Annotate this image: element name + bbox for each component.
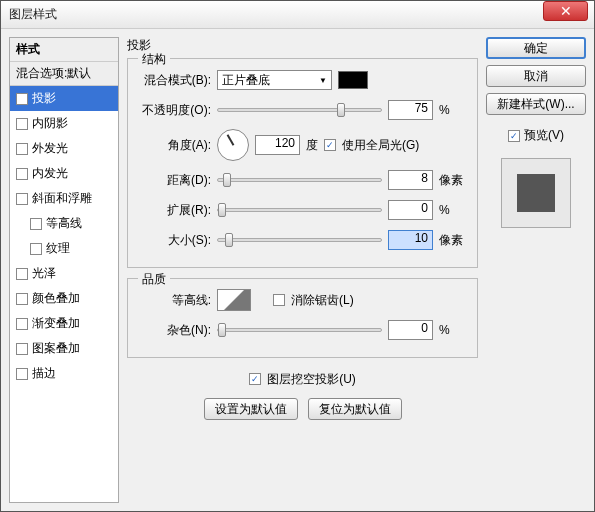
contour-picker[interactable] [217,289,251,311]
style-item-label: 纹理 [46,240,70,257]
style-item-1[interactable]: 内阴影 [10,111,118,136]
styles-header: 样式 [10,38,118,62]
distance-slider[interactable] [217,178,382,182]
blend-mode-select[interactable]: 正片叠底 ▼ [217,70,332,90]
reset-default-button[interactable]: 复位为默认值 [308,398,402,420]
style-checkbox[interactable] [16,118,28,130]
layer-style-dialog: 图层样式 样式 混合选项:默认 投影内阴影外发光内发光斜面和浮雕等高线纹理光泽颜… [0,0,595,512]
knockout-checkbox[interactable] [249,373,261,385]
style-item-9[interactable]: 渐变叠加 [10,311,118,336]
opacity-label: 不透明度(O): [136,102,211,119]
style-item-label: 等高线 [46,215,82,232]
size-input[interactable]: 10 [388,230,433,250]
preview-inner [517,174,555,212]
quality-group: 品质 等高线: 消除锯齿(L) 杂色(N): 0 % [127,278,478,358]
titlebar: 图层样式 [1,1,594,29]
window-title: 图层样式 [9,6,586,23]
distance-input[interactable]: 8 [388,170,433,190]
style-item-label: 渐变叠加 [32,315,80,332]
angle-label: 角度(A): [136,137,211,154]
dialog-buttons: 确定 取消 新建样式(W)... 预览(V) [486,37,586,503]
style-checkbox[interactable] [16,368,28,380]
opacity-slider[interactable] [217,108,382,112]
style-checkbox[interactable] [30,243,42,255]
opacity-input[interactable]: 75 [388,100,433,120]
noise-input[interactable]: 0 [388,320,433,340]
size-label: 大小(S): [136,232,211,249]
blend-mode-label: 混合模式(B): [136,72,211,89]
quality-label: 品质 [138,271,170,288]
chevron-down-icon: ▼ [319,76,327,85]
style-item-7[interactable]: 光泽 [10,261,118,286]
section-title: 投影 [127,37,478,54]
noise-slider[interactable] [217,328,382,332]
blending-options[interactable]: 混合选项:默认 [10,62,118,86]
style-item-10[interactable]: 图案叠加 [10,336,118,361]
noise-label: 杂色(N): [136,322,211,339]
style-settings: 投影 结构 混合模式(B): 正片叠底 ▼ 不透明度(O): 75 % [127,37,478,503]
preview-checkbox[interactable] [508,130,520,142]
style-checkbox[interactable] [16,93,28,105]
style-item-4[interactable]: 斜面和浮雕 [10,186,118,211]
new-style-button[interactable]: 新建样式(W)... [486,93,586,115]
style-item-label: 光泽 [32,265,56,282]
antialias-label: 消除锯齿(L) [291,292,354,309]
preview-swatch [501,158,571,228]
style-checkbox[interactable] [16,318,28,330]
style-checkbox[interactable] [16,343,28,355]
style-item-6[interactable]: 纹理 [10,236,118,261]
structure-group: 结构 混合模式(B): 正片叠底 ▼ 不透明度(O): 75 % 角 [127,58,478,268]
style-item-8[interactable]: 颜色叠加 [10,286,118,311]
ok-button[interactable]: 确定 [486,37,586,59]
global-light-label: 使用全局光(G) [342,137,419,154]
styles-list: 样式 混合选项:默认 投影内阴影外发光内发光斜面和浮雕等高线纹理光泽颜色叠加渐变… [9,37,119,503]
style-item-label: 内阴影 [32,115,68,132]
antialias-checkbox[interactable] [273,294,285,306]
style-item-label: 斜面和浮雕 [32,190,92,207]
spread-slider[interactable] [217,208,382,212]
style-item-label: 图案叠加 [32,340,80,357]
style-item-label: 投影 [32,90,56,107]
style-item-2[interactable]: 外发光 [10,136,118,161]
style-item-label: 颜色叠加 [32,290,80,307]
cancel-button[interactable]: 取消 [486,65,586,87]
spread-label: 扩展(R): [136,202,211,219]
global-light-checkbox[interactable] [324,139,336,151]
angle-input[interactable]: 120 [255,135,300,155]
contour-label: 等高线: [136,292,211,309]
angle-dial[interactable] [217,129,249,161]
distance-label: 距离(D): [136,172,211,189]
structure-label: 结构 [138,51,170,68]
style-item-label: 外发光 [32,140,68,157]
make-default-button[interactable]: 设置为默认值 [204,398,298,420]
style-checkbox[interactable] [16,143,28,155]
spread-input[interactable]: 0 [388,200,433,220]
style-item-11[interactable]: 描边 [10,361,118,386]
style-checkbox[interactable] [16,168,28,180]
preview-label: 预览(V) [524,127,564,144]
style-checkbox[interactable] [16,193,28,205]
style-checkbox[interactable] [16,293,28,305]
style-checkbox[interactable] [16,268,28,280]
size-slider[interactable] [217,238,382,242]
style-item-3[interactable]: 内发光 [10,161,118,186]
shadow-color-swatch[interactable] [338,71,368,89]
style-item-label: 内发光 [32,165,68,182]
close-icon[interactable] [543,1,588,21]
style-item-0[interactable]: 投影 [10,86,118,111]
style-item-5[interactable]: 等高线 [10,211,118,236]
style-item-label: 描边 [32,365,56,382]
knockout-label: 图层挖空投影(U) [267,371,356,388]
style-checkbox[interactable] [30,218,42,230]
